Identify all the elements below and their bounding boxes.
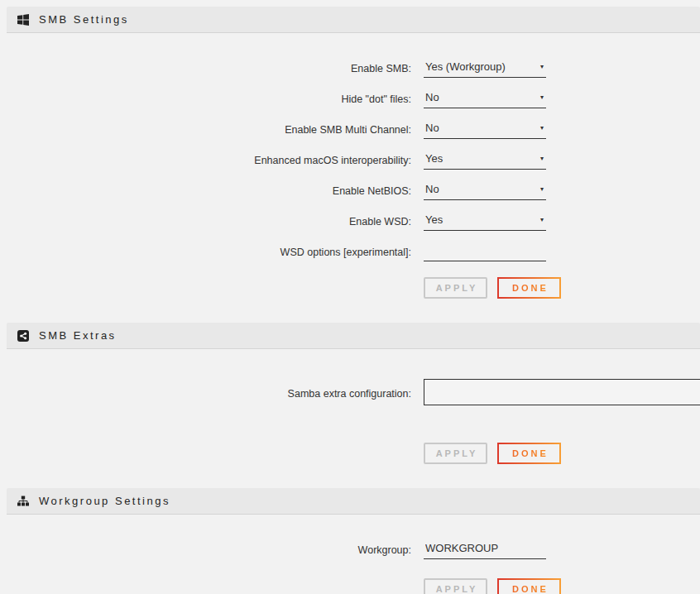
select-value: No: [425, 122, 439, 134]
field-label: Enable SMB Multi Channel:: [0, 124, 411, 136]
select-value: No: [425, 183, 439, 195]
done-button[interactable]: DONE: [497, 277, 561, 299]
hide-dot-files-select[interactable]: No ▾: [424, 89, 546, 108]
form-row-enable-smb: Enable SMB: Yes (Workgroup) ▾: [0, 53, 700, 84]
smb-extras-buttons: APPLY DONE: [424, 443, 700, 464]
select-value: Yes: [425, 152, 443, 165]
samba-extra-config-textarea[interactable]: [424, 379, 700, 405]
enable-smb-select[interactable]: Yes (Workgroup) ▾: [424, 59, 546, 78]
share-box-icon: [17, 330, 29, 342]
select-value: No: [425, 91, 439, 103]
wsd-select[interactable]: Yes ▾: [424, 212, 546, 231]
windows-icon: [17, 14, 29, 26]
form-row-wsd-options: WSD options [experimental]:: [0, 237, 700, 267]
smb-extras-header: SMB Extras: [7, 323, 700, 349]
chevron-down-icon: ▾: [540, 216, 544, 223]
smb-extras-form: Samba extra configuration: APPLY DONE: [0, 349, 700, 464]
chevron-down-icon: ▾: [540, 155, 544, 162]
field-label: Hide "dot" files:: [0, 93, 411, 105]
section-title: SMB Extras: [39, 329, 117, 342]
section-title: SMB Settings: [39, 13, 129, 26]
select-value: Yes (Workgroup): [425, 60, 506, 73]
done-button[interactable]: DONE: [497, 578, 561, 594]
field-label: Enable WSD:: [0, 216, 411, 228]
form-row-samba-extra: Samba extra configuration:: [0, 369, 700, 419]
workgroup-input[interactable]: [424, 540, 546, 559]
apply-button[interactable]: APPLY: [424, 443, 487, 464]
field-label: Enable SMB:: [0, 63, 411, 74]
chevron-down-icon: ▾: [540, 93, 544, 101]
wsd-options-input[interactable]: [424, 242, 546, 261]
field-label: Enhanced macOS interoperability:: [0, 155, 411, 166]
form-row-smb-multichannel: Enable SMB Multi Channel: No ▾: [0, 114, 700, 145]
form-row-hide-dot-files: Hide "dot" files: No ▾: [0, 84, 700, 114]
smb-settings-header: SMB Settings: [7, 7, 700, 33]
form-row-netbios: Enable NetBIOS: No ▾: [0, 175, 700, 206]
smb-settings-buttons: APPLY DONE: [424, 277, 700, 299]
field-label: Enable NetBIOS:: [0, 185, 411, 197]
apply-button[interactable]: APPLY: [424, 578, 487, 594]
smb-settings-form: Enable SMB: Yes (Workgroup) ▾ Hide "dot"…: [0, 33, 700, 299]
chevron-down-icon: ▾: [540, 124, 544, 132]
netbios-select[interactable]: No ▾: [424, 181, 546, 200]
workgroup-settings-buttons: APPLY DONE: [424, 578, 700, 594]
chevron-down-icon: ▾: [540, 63, 544, 70]
section-title: Workgroup Settings: [39, 495, 170, 507]
form-row-macos-interop: Enhanced macOS interoperability: Yes ▾: [0, 145, 700, 175]
form-row-workgroup: Workgroup:: [0, 534, 700, 565]
workgroup-settings-form: Workgroup: APPLY DONE: [0, 515, 700, 594]
chevron-down-icon: ▾: [540, 185, 544, 193]
field-label: Workgroup:: [0, 544, 411, 556]
smb-multichannel-select[interactable]: No ▾: [424, 120, 546, 139]
select-value: Yes: [425, 213, 443, 226]
apply-button[interactable]: APPLY: [424, 277, 487, 299]
field-label: Samba extra configuration:: [0, 388, 411, 400]
macos-interop-select[interactable]: Yes ▾: [424, 151, 546, 170]
done-button[interactable]: DONE: [497, 443, 561, 464]
field-label: WSD options [experimental]:: [0, 247, 411, 258]
sitemap-icon: [17, 496, 29, 507]
workgroup-settings-header: Workgroup Settings: [7, 488, 700, 515]
form-row-wsd: Enable WSD: Yes ▾: [0, 206, 700, 237]
